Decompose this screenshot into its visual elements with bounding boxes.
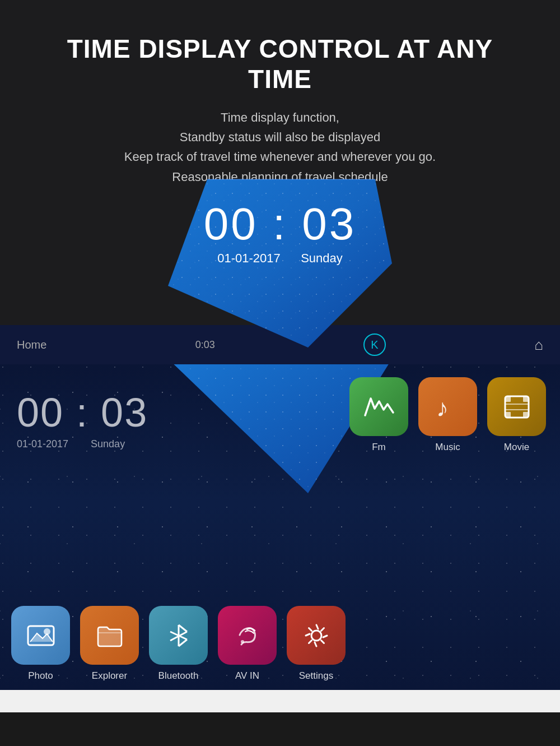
clock-time: 00 : 03	[196, 202, 364, 247]
svg-text:♪: ♪	[436, 394, 449, 421]
svg-rect-12	[505, 396, 511, 402]
app-avin[interactable]: AV IN	[218, 601, 277, 682]
left-clock-time: 00 : 03	[17, 392, 148, 433]
fm-icon[interactable]	[349, 377, 408, 436]
left-day: Sunday	[91, 438, 125, 450]
explorer-label: Explorer	[92, 670, 127, 682]
nav-house-icon[interactable]: ⌂	[534, 336, 543, 354]
svg-point-26	[311, 631, 321, 641]
svg-rect-15	[523, 412, 529, 418]
fm-label: Fm	[372, 442, 386, 453]
avin-icon[interactable]	[218, 606, 277, 665]
app-movie[interactable]: Movie	[487, 373, 546, 453]
app-fm[interactable]: Fm	[349, 373, 408, 453]
white-bottom-bar	[0, 690, 560, 712]
svg-rect-13	[523, 396, 529, 402]
app-photo[interactable]: Photo	[11, 601, 70, 682]
avin-label: AV IN	[235, 670, 259, 682]
svg-point-19	[44, 628, 50, 635]
bluetooth-label: Bluetooth	[158, 670, 199, 682]
music-icon[interactable]: ♪	[418, 377, 477, 436]
left-date: 01-01-2017	[17, 438, 68, 450]
svg-point-25	[241, 640, 244, 643]
settings-icon[interactable]	[287, 606, 346, 665]
music-label: Music	[435, 442, 460, 453]
clock-date: 01-01-2017	[217, 251, 281, 266]
svg-rect-14	[505, 412, 511, 418]
diamond-clock-content: 00 : 03 01-01-2017 Sunday	[196, 202, 364, 266]
explorer-icon[interactable]	[80, 606, 139, 665]
movie-label: Movie	[504, 442, 529, 453]
bottom-section: 00 : 03 01-01-2017 Sunday Fm ♪ Music	[0, 364, 560, 712]
nav-home-label[interactable]: Home	[17, 339, 46, 351]
left-date-row: 01-01-2017 Sunday	[17, 438, 148, 450]
photo-icon[interactable]	[11, 606, 70, 665]
svg-rect-18	[28, 626, 54, 645]
top-section: TIME DISPLAY CONTROL AT ANY TIME Time di…	[0, 0, 560, 364]
apps-row2: Photo Explorer	[11, 601, 546, 682]
clock-day: Sunday	[301, 251, 343, 266]
photo-label: Photo	[28, 670, 53, 682]
svg-line-23	[179, 640, 187, 646]
apps-row1: Fm ♪ Music	[349, 373, 546, 453]
app-bluetooth[interactable]: Bluetooth	[149, 601, 208, 682]
diamond-display: 00 : 03 01-01-2017 Sunday	[162, 174, 398, 353]
svg-line-21	[179, 625, 187, 632]
main-title: TIME DISPLAY CONTROL AT ANY TIME	[34, 34, 526, 94]
clock-date-row: 01-01-2017 Sunday	[196, 251, 364, 266]
left-time-display: 00 : 03 01-01-2017 Sunday	[17, 392, 148, 450]
app-explorer[interactable]: Explorer	[80, 601, 139, 682]
movie-icon[interactable]	[487, 377, 546, 436]
app-music[interactable]: ♪ Music	[418, 373, 477, 453]
app-settings[interactable]: Settings	[287, 601, 346, 682]
bluetooth-icon[interactable]	[149, 606, 208, 665]
settings-label: Settings	[299, 670, 333, 682]
